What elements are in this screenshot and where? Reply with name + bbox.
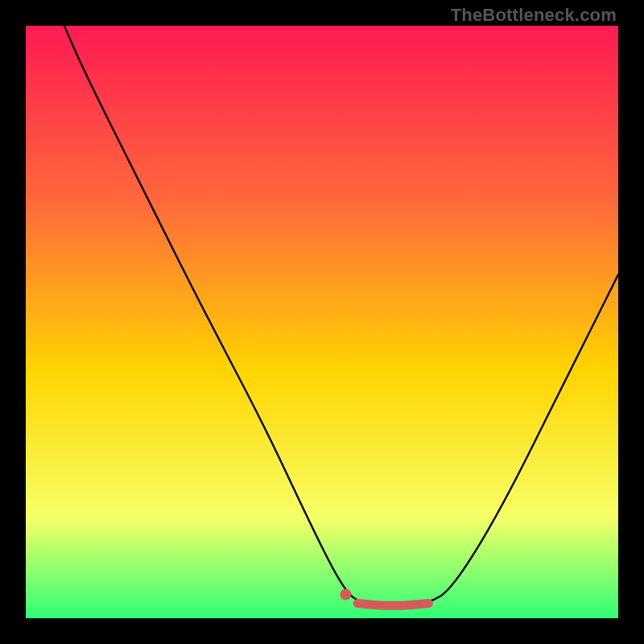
- watermark-text: TheBottleneck.com: [451, 5, 617, 26]
- gradient-background: [26, 26, 618, 618]
- chart-frame: [26, 26, 618, 618]
- optimal-point-marker: [340, 589, 351, 601]
- optimal-range-highlight: [357, 604, 428, 606]
- bottleneck-plot: [26, 26, 618, 618]
